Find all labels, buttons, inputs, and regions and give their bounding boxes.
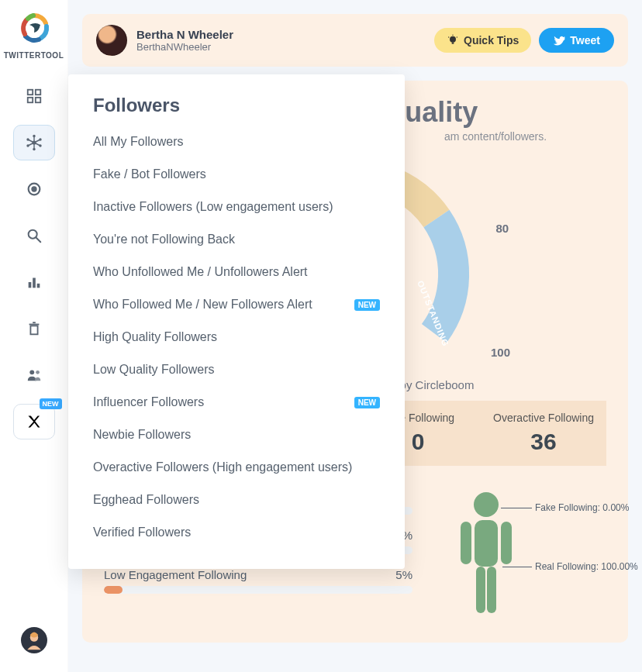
- svg-rect-21: [28, 282, 31, 288]
- dd-fake-bot-followers[interactable]: Fake / Bot Followers: [68, 158, 405, 191]
- dd-not-following-back[interactable]: You're not Following Back: [68, 223, 405, 256]
- dd-unfollowers-alert[interactable]: Who Unfollowed Me / Unfollowers Alert: [68, 256, 405, 288]
- dashboard-icon: [26, 88, 43, 105]
- stat-overactive-following: Overactive Following 36: [481, 401, 606, 466]
- svg-point-30: [450, 36, 456, 43]
- logo-icon: [17, 11, 51, 45]
- nav-search[interactable]: [13, 218, 55, 253]
- brand-logo: TWITTERTOOL: [4, 11, 64, 60]
- dd-egghead-followers[interactable]: Egghead Followers: [68, 484, 405, 516]
- svg-point-19: [28, 230, 36, 239]
- header-bar: Bertha N Wheeler BerthaNWheeler Quick Ti…: [82, 14, 628, 67]
- svg-line-20: [36, 238, 40, 243]
- svg-rect-37: [461, 522, 471, 564]
- dd-high-quality-followers[interactable]: High Quality Followers: [68, 321, 405, 353]
- dd-influencer-followers[interactable]: Influencer FollowersNEW: [68, 386, 405, 419]
- lightbulb-icon: [447, 34, 459, 47]
- svg-rect-1: [35, 90, 40, 95]
- tweet-label: Tweet: [570, 34, 600, 47]
- person-icon: [451, 489, 521, 621]
- stat-label: Overactive Following: [487, 412, 600, 424]
- target-icon: [26, 181, 43, 198]
- dd-newbie-followers[interactable]: Newbie Followers: [68, 419, 405, 451]
- new-badge: NEW: [354, 299, 380, 311]
- dd-inactive-followers[interactable]: Inactive Followers (Low engagement users…: [68, 191, 405, 223]
- tweet-button[interactable]: Tweet: [539, 28, 614, 53]
- avatar-icon: [23, 629, 45, 651]
- svg-point-27: [29, 370, 34, 374]
- nav-users[interactable]: [13, 357, 55, 393]
- users-icon: [25, 367, 43, 384]
- dd-all-my-followers[interactable]: All My Followers: [68, 126, 405, 158]
- user-avatar-mini[interactable]: [21, 627, 47, 653]
- profile-avatar: [96, 25, 127, 56]
- svg-rect-2: [27, 98, 32, 102]
- stat-value: 36: [487, 429, 600, 455]
- header-actions: Quick Tips Tweet: [434, 28, 614, 53]
- dd-verified-followers[interactable]: Verified Followers: [68, 516, 405, 549]
- profile-name: Bertha N Wheeler: [136, 28, 233, 41]
- trash-icon: [26, 320, 43, 337]
- anno-real: Real Following: 100.00%: [535, 561, 638, 572]
- search-icon: [26, 227, 43, 244]
- dd-overactive-followers[interactable]: Overactive Followers (High engagement us…: [68, 451, 405, 484]
- nav-target[interactable]: [13, 171, 55, 207]
- brand-text: TWITTERTOOL: [4, 51, 64, 60]
- person-figure: Fake Following: 0.00% Real Following: 10…: [436, 489, 606, 621]
- network-icon: [25, 133, 43, 152]
- svg-point-33: [457, 36, 457, 37]
- svg-rect-3: [35, 98, 40, 102]
- nav-analytics[interactable]: [13, 264, 55, 300]
- followers-dropdown: Followers All My Followers Fake / Bot Fo…: [68, 74, 405, 569]
- bar-chart-icon: [26, 274, 43, 291]
- profile-handle: BerthaNWheeler: [136, 41, 233, 53]
- dd-new-followers-alert[interactable]: Who Followed Me / New Followers AlertNEW: [68, 288, 405, 321]
- svg-point-28: [36, 370, 40, 374]
- svg-point-32: [448, 36, 449, 37]
- gauge-tick-100: 100: [491, 346, 510, 359]
- twitter-bird-icon: [553, 34, 565, 47]
- svg-rect-22: [33, 278, 36, 288]
- svg-rect-40: [487, 567, 496, 613]
- svg-point-35: [474, 492, 499, 517]
- nav-dashboard[interactable]: [13, 78, 55, 114]
- nav-x[interactable]: NEW: [13, 404, 55, 439]
- svg-rect-0: [27, 90, 32, 95]
- engagement-label: Low Engagement Following: [104, 568, 247, 581]
- quick-tips-button[interactable]: Quick Tips: [434, 28, 531, 53]
- profile-block[interactable]: Bertha N Wheeler BerthaNWheeler: [96, 25, 233, 56]
- svg-rect-31: [452, 43, 454, 44]
- svg-rect-24: [30, 326, 37, 334]
- svg-point-18: [31, 186, 36, 191]
- gauge-tick-80: 80: [495, 222, 509, 235]
- engagement-row-low: Low Engagement Following5%: [104, 568, 412, 594]
- svg-rect-38: [501, 522, 512, 564]
- dropdown-title: Followers: [68, 95, 405, 126]
- x-logo-icon: [26, 414, 42, 429]
- svg-rect-23: [36, 284, 40, 288]
- sidebar: TWITTERTOOL NEW: [0, 0, 68, 672]
- nav-delete[interactable]: [13, 311, 55, 346]
- svg-point-34: [452, 35, 453, 36]
- new-badge: NEW: [354, 397, 380, 408]
- nav-network[interactable]: [13, 125, 55, 160]
- svg-rect-36: [475, 520, 498, 567]
- anno-fake: Fake Following: 0.00%: [535, 502, 629, 513]
- quick-tips-label: Quick Tips: [464, 34, 519, 47]
- nav-x-new-badge: NEW: [40, 398, 62, 409]
- dd-low-quality-followers[interactable]: Low Quality Followers: [68, 353, 405, 386]
- engagement-pct: 5%: [395, 568, 412, 581]
- svg-rect-39: [476, 567, 485, 613]
